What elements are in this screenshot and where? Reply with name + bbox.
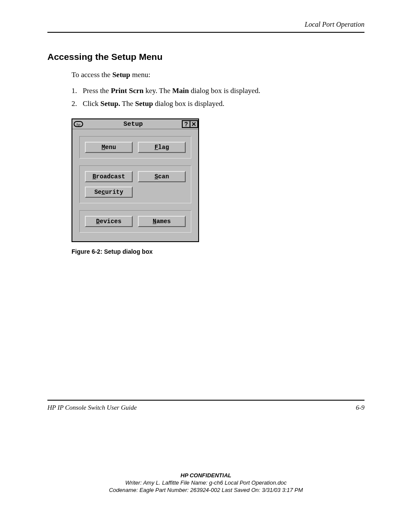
close-icon: ✕ <box>191 121 196 128</box>
steps-list: 1. Press the Print Scrn key. The Main di… <box>72 87 364 108</box>
mnemonic: c <box>102 189 105 196</box>
names-button[interactable]: Names <box>138 216 186 227</box>
button-label: Se <box>94 189 102 196</box>
step-text: Click <box>83 100 100 108</box>
panel-top: Menu Flag <box>79 136 191 159</box>
step-bold: Setup <box>135 100 153 108</box>
confidential-meta-2: Codename: Eagle Part Number: 263924-002 … <box>47 487 364 493</box>
mnemonic: F <box>155 144 158 151</box>
mnemonic: M <box>102 144 105 151</box>
dialog-title: Setup <box>84 121 183 128</box>
button-label: lag <box>158 144 169 151</box>
scan-button[interactable]: Scan <box>138 171 186 182</box>
step-number: 2. <box>72 100 83 108</box>
mnemonic: B <box>93 173 96 180</box>
step-bold: Setup. <box>100 100 120 108</box>
dialog-titlebar: hp Setup ? ✕ <box>72 119 198 129</box>
intro-bold: Setup <box>112 71 131 79</box>
help-button[interactable]: ? <box>182 120 190 128</box>
step-text: dialog box is displayed. <box>189 87 261 95</box>
security-button[interactable]: Security <box>85 187 133 198</box>
button-label: enu <box>105 144 116 151</box>
question-icon: ? <box>184 121 188 128</box>
confidential-block: HP CONFIDENTIAL Writer: Amy L. Laffitte … <box>47 472 364 493</box>
page-number: 6-9 <box>356 404 364 411</box>
step-item: 1. Press the Print Scrn key. The Main di… <box>72 87 364 95</box>
button-label: ames <box>156 218 171 225</box>
page-footer: HP IP Console Switch User Guide 6-9 <box>47 400 364 411</box>
setup-dialog: hp Setup ? ✕ Menu Flag <box>72 118 199 242</box>
menu-button[interactable]: Menu <box>85 142 133 153</box>
button-label: evices <box>100 218 121 225</box>
step-number: 1. <box>72 87 83 95</box>
step-text: key. The <box>143 87 172 95</box>
step-bold: Main <box>172 87 189 95</box>
devices-button[interactable]: Devices <box>85 216 133 227</box>
panel-bottom: Devices Names <box>79 210 191 233</box>
step-item: 2. Click Setup. The Setup dialog box is … <box>72 100 364 108</box>
svg-text:hp: hp <box>77 122 81 127</box>
confidential-meta-1: Writer: Amy L. Laffitte File Name: g-ch6… <box>47 479 364 486</box>
intro-post: menu: <box>130 71 150 79</box>
section-heading: Accessing the Setup Menu <box>47 52 364 62</box>
mnemonic: N <box>153 218 156 225</box>
step-bold: Print Scrn <box>111 87 143 95</box>
panel-middle: Broadcast Scan Security <box>79 165 191 203</box>
close-button[interactable]: ✕ <box>190 120 198 128</box>
flag-button[interactable]: Flag <box>138 142 186 153</box>
step-text: dialog box is displayed. <box>153 100 224 108</box>
step-text: The <box>120 100 135 108</box>
button-label: roadcast <box>96 173 125 180</box>
figure-caption: Figure 6-2: Setup dialog box <box>72 248 364 255</box>
button-label: urity <box>105 189 123 196</box>
hp-logo-icon: hp <box>73 120 84 128</box>
guide-title: HP IP Console Switch User Guide <box>47 404 137 411</box>
mnemonic: S <box>155 173 158 180</box>
intro-paragraph: To access the Setup menu: <box>72 71 364 79</box>
intro-pre: To access the <box>72 71 112 79</box>
confidential-title: HP CONFIDENTIAL <box>47 472 364 479</box>
step-text: Press the <box>83 87 111 95</box>
broadcast-button[interactable]: Broadcast <box>85 171 133 182</box>
running-header: Local Port Operation <box>47 21 364 33</box>
button-label: can <box>158 173 169 180</box>
